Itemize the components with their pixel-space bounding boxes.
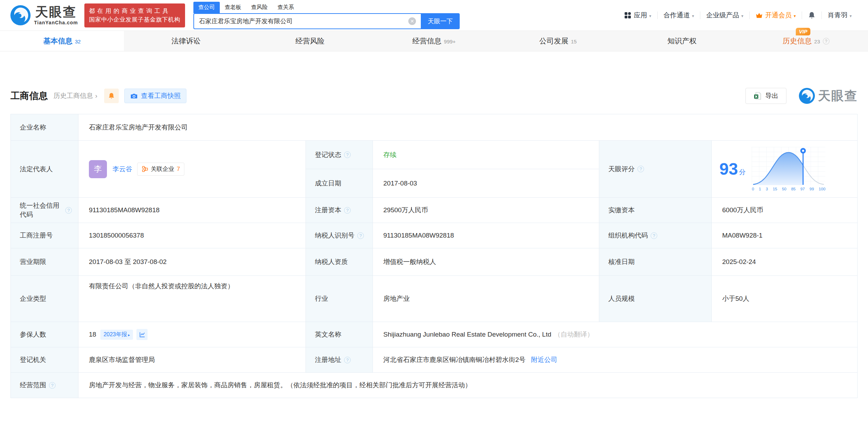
field-value-org-code: MA08W928-1 <box>712 223 858 248</box>
tab-label: 经营信息 <box>412 36 442 46</box>
status-text: 存续 <box>383 150 397 159</box>
search-tab-risk[interactable]: 查风险 <box>246 2 273 13</box>
field-label-reg-number: 工商注册号 <box>11 223 78 248</box>
logo-name: 天眼查 <box>35 6 77 18</box>
field-value-english-name: Shijiazhuang Junlebao Real Estate Develo… <box>373 322 858 347</box>
slogan-line2: 国家中小企业发展子基金旗下机构 <box>89 15 181 24</box>
field-value-industry: 房地产业 <box>373 276 599 322</box>
bell-icon <box>108 92 115 99</box>
history-business-info-link[interactable]: 历史工商信息 <box>53 91 97 100</box>
field-value-insured-count: 18 2023年报 <box>78 322 306 347</box>
excel-icon <box>753 92 762 100</box>
line-chart-icon <box>139 331 145 338</box>
tab-legal[interactable]: 法律诉讼 <box>124 31 248 51</box>
tab-label: 知识产权 <box>667 36 696 46</box>
tianyancha-swirl-icon <box>799 88 815 104</box>
nearby-companies-link[interactable]: 附近公司 <box>531 355 558 364</box>
field-label-reg-address: 注册地址 <box>306 347 373 373</box>
tab-count: 999+ <box>444 39 456 44</box>
company-tabs: 基本信息 32 法律诉讼 经营风险 经营信息 999+ 公司发展 15 知识产权… <box>0 31 868 51</box>
nav-partner[interactable]: 合作通道 <box>658 11 700 20</box>
field-value-legal-rep: 李 李云谷 关联企业 7 <box>78 141 306 198</box>
search-tab-relation[interactable]: 查关系 <box>273 2 299 13</box>
search-button[interactable]: 天眼一下 <box>421 13 460 29</box>
legal-rep-avatar[interactable]: 李 <box>89 160 107 178</box>
label-text: 纳税人识别号 <box>315 231 354 240</box>
field-label-business-term: 营业期限 <box>11 248 78 276</box>
camera-icon <box>130 92 138 100</box>
field-value-business-scope: 房地产开发与经营，物业服务，家居装饰，商品房销售，房屋租赁。（依法须经批准的项目… <box>78 373 858 398</box>
clear-icon[interactable] <box>408 17 416 25</box>
export-label: 导出 <box>765 91 778 100</box>
nav-vip-label: 开通会员 <box>765 11 792 20</box>
tab-basic-info[interactable]: 基本信息 32 <box>0 31 124 51</box>
nav-apps[interactable]: 应用 <box>618 11 657 20</box>
tab-operating-info[interactable]: 经营信息 999+ <box>372 31 496 51</box>
export-button[interactable]: 导出 <box>745 88 786 104</box>
label-text: 注册地址 <box>315 355 341 364</box>
label-text: 注册资本 <box>315 206 341 215</box>
field-value-reg-number: 130185000056378 <box>78 223 306 248</box>
business-info-table: 企业名称 石家庄君乐宝房地产开发有限公司 法定代表人 李 李云谷 关联企业 7 <box>10 114 858 398</box>
help-icon[interactable] <box>344 151 351 158</box>
monitor-bell-button[interactable] <box>104 89 119 103</box>
field-label-business-scope: 经营范围 <box>11 373 78 398</box>
username: 肖青羽 <box>828 11 848 20</box>
legal-rep-name-link[interactable]: 李云谷 <box>112 165 132 174</box>
section-title: 工商信息 <box>10 90 48 102</box>
top-header: 天眼查 TianYanCha.com 都在用的商业查询工具 国家中小企业发展子基… <box>0 0 868 31</box>
notification-bell[interactable] <box>802 11 821 19</box>
snapshot-button[interactable]: 查看工商快照 <box>124 89 186 103</box>
help-icon[interactable] <box>823 38 829 44</box>
tianyancha-watermark: 天眼查 <box>799 88 858 105</box>
help-icon[interactable] <box>637 166 644 172</box>
trend-chart-button[interactable] <box>136 329 148 340</box>
user-menu[interactable]: 肖青羽 <box>822 11 858 20</box>
field-label-staff-size: 人员规模 <box>599 276 712 322</box>
search-tab-company[interactable]: 查公司 <box>193 2 220 13</box>
tianyancha-logo[interactable]: 天眼查 TianYanCha.com <box>10 5 78 25</box>
related-companies-count: 7 <box>177 166 180 173</box>
nav-apps-label: 应用 <box>634 11 647 20</box>
help-icon[interactable] <box>651 232 657 239</box>
field-value-reg-capital: 29500万人民币 <box>373 198 599 223</box>
search-tab-boss[interactable]: 查老板 <box>220 2 246 13</box>
field-value-company-name: 石家庄君乐宝房地产开发有限公司 <box>78 114 858 141</box>
annual-report-badge[interactable]: 2023年报 <box>100 330 133 340</box>
field-value-reg-authority: 鹿泉区市场监督管理局 <box>78 347 306 373</box>
search-input[interactable] <box>193 13 421 29</box>
brand-slogan-banner: 都在用的商业查询工具 国家中小企业发展子基金旗下机构 <box>84 3 185 27</box>
field-label-taxpayer-id: 纳税人识别号 <box>306 223 373 248</box>
field-value-establish-date: 2017-08-03 <box>373 169 599 198</box>
watermark-text: 天眼查 <box>818 88 858 105</box>
org-chart-icon <box>142 166 148 172</box>
field-value-paid-capital: 6000万人民币 <box>712 198 858 223</box>
field-label-legal-rep: 法定代表人 <box>11 141 78 198</box>
field-value-reg-address: 河北省石家庄市鹿泉区铜冶镇南铜冶村碧水街2号 附近公司 <box>373 347 858 373</box>
tianyancha-swirl-icon <box>10 5 31 25</box>
field-label-org-code: 组织机构代码 <box>599 223 712 248</box>
label-text: 组织机构代码 <box>608 231 648 240</box>
tab-intellectual-property[interactable]: 知识产权 <box>620 31 744 51</box>
field-label-paid-capital: 实缴资本 <box>599 198 712 223</box>
tab-label: 经营风险 <box>295 36 325 46</box>
nav-enterprise[interactable]: 企业级产品 <box>700 11 749 20</box>
help-icon[interactable] <box>344 357 351 363</box>
tab-operating-risk[interactable]: 经营风险 <box>248 31 372 51</box>
field-label-reg-capital: 注册资本 <box>306 198 373 223</box>
section-header: 工商信息 历史工商信息 查看工商快照 <box>10 88 858 104</box>
help-icon[interactable] <box>344 207 351 214</box>
snapshot-label: 查看工商快照 <box>141 91 181 100</box>
help-icon[interactable] <box>49 382 56 389</box>
help-icon[interactable] <box>357 232 364 239</box>
related-companies-badge[interactable]: 关联企业 7 <box>137 163 184 176</box>
score-value: 93 <box>719 161 738 178</box>
tab-count: 32 <box>75 39 81 44</box>
vip-badge[interactable]: VIP <box>796 28 810 35</box>
field-label-company-type: 企业类型 <box>11 276 78 322</box>
tab-company-development[interactable]: 公司发展 15 <box>496 31 620 51</box>
help-icon[interactable] <box>65 207 72 214</box>
nav-enterprise-label: 企业级产品 <box>706 11 739 20</box>
tab-history-info[interactable]: VIP 历史信息 23 <box>744 31 868 51</box>
nav-vip[interactable]: 开通会员 <box>750 11 802 20</box>
